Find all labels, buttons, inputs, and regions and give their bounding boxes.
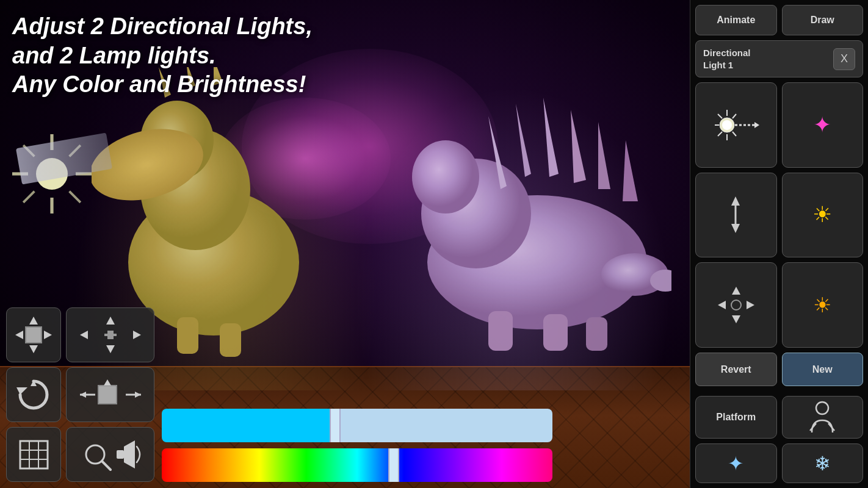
right-panel: Animate Draw Directional Light 1 X bbox=[690, 0, 868, 488]
vertical-arrows-icon bbox=[719, 193, 753, 236]
svg-marker-49 bbox=[135, 392, 141, 398]
svg-point-78 bbox=[731, 300, 741, 310]
pink-star-icon: ✦ bbox=[813, 112, 831, 138]
svg-marker-71 bbox=[731, 196, 740, 206]
svg-rect-17 bbox=[220, 323, 241, 357]
svg-marker-33 bbox=[29, 345, 38, 353]
move-button[interactable] bbox=[66, 307, 154, 362]
sun-icon-mid: ☀ bbox=[813, 293, 831, 317]
directional-light-icon bbox=[712, 107, 761, 143]
vertical-move-button[interactable] bbox=[695, 173, 777, 258]
scale-button[interactable] bbox=[6, 307, 61, 362]
sun-button-mid[interactable]: ☀ bbox=[782, 262, 864, 348]
heading: Adjust 2 Directional Lights, and 2 Lamp … bbox=[12, 12, 313, 99]
revert-button[interactable]: Revert bbox=[695, 353, 777, 386]
brightness-slider-row bbox=[162, 409, 589, 442]
grid-button[interactable] bbox=[6, 427, 61, 482]
draw-button[interactable]: Draw bbox=[782, 5, 864, 35]
svg-line-57 bbox=[102, 461, 110, 470]
svg-rect-29 bbox=[488, 311, 513, 351]
svg-point-20 bbox=[412, 140, 479, 214]
star-blue-button[interactable]: ✦ bbox=[695, 443, 777, 483]
brightness-slider[interactable] bbox=[162, 409, 552, 442]
zoom-pan-button[interactable] bbox=[66, 367, 154, 422]
svg-rect-51 bbox=[20, 441, 48, 468]
svg-marker-72 bbox=[731, 224, 740, 233]
svg-marker-36 bbox=[44, 331, 52, 339]
svg-marker-32 bbox=[29, 317, 38, 325]
svg-marker-40 bbox=[133, 331, 141, 339]
color-thumb[interactable] bbox=[388, 448, 399, 482]
search-speaker-button[interactable] bbox=[66, 427, 154, 482]
animate-button[interactable]: Animate bbox=[695, 5, 777, 35]
platform-button[interactable]: Platform bbox=[695, 396, 777, 439]
svg-rect-30 bbox=[543, 314, 568, 351]
svg-marker-76 bbox=[732, 287, 740, 295]
directional-light-box: Directional Light 1 X bbox=[695, 40, 863, 77]
svg-line-68 bbox=[732, 114, 736, 118]
main-scene: Adjust 2 Directional Lights, and 2 Lamp … bbox=[0, 0, 690, 488]
svg-marker-35 bbox=[15, 331, 23, 339]
svg-marker-70 bbox=[754, 122, 759, 128]
svg-line-67 bbox=[718, 132, 722, 136]
svg-marker-75 bbox=[747, 301, 754, 309]
svg-marker-22 bbox=[516, 104, 531, 177]
person-button[interactable] bbox=[782, 396, 864, 439]
sun-button-top[interactable]: ☀ bbox=[782, 173, 864, 258]
svg-rect-31 bbox=[586, 317, 607, 351]
svg-rect-58 bbox=[117, 450, 124, 459]
svg-point-61 bbox=[722, 120, 732, 130]
svg-marker-26 bbox=[623, 140, 638, 201]
svg-rect-42 bbox=[104, 334, 117, 336]
svg-marker-24 bbox=[571, 110, 586, 183]
person-icon bbox=[807, 399, 837, 436]
svg-rect-34 bbox=[26, 327, 42, 343]
svg-marker-43 bbox=[16, 387, 27, 395]
pink-star-button[interactable]: ✦ bbox=[782, 82, 864, 168]
svg-marker-77 bbox=[732, 315, 740, 323]
brightness-thumb[interactable] bbox=[330, 409, 341, 442]
svg-line-8 bbox=[23, 192, 34, 203]
svg-marker-25 bbox=[598, 122, 610, 189]
snowflake-button[interactable]: ❄ bbox=[782, 443, 864, 483]
svg-line-69 bbox=[732, 132, 736, 136]
svg-marker-37 bbox=[106, 317, 115, 325]
directional-light-label: Directional Light 1 bbox=[703, 47, 751, 71]
right-button-grid: ✦ ☀ bbox=[695, 82, 863, 348]
cross-arrows-icon bbox=[715, 284, 758, 326]
snowflake-icon: ❄ bbox=[814, 452, 831, 475]
sliders-area bbox=[162, 409, 589, 482]
svg-marker-39 bbox=[80, 331, 88, 339]
new-button[interactable]: New bbox=[782, 353, 864, 386]
svg-rect-45 bbox=[98, 386, 117, 404]
svg-marker-74 bbox=[718, 301, 726, 309]
svg-point-79 bbox=[816, 402, 828, 414]
star-blue-icon: ✦ bbox=[728, 452, 744, 475]
close-directional-light-button[interactable]: X bbox=[833, 48, 855, 70]
left-control-panel bbox=[6, 307, 156, 482]
directional-light-control[interactable] bbox=[695, 82, 777, 168]
top-buttons: Animate Draw bbox=[695, 5, 863, 35]
revert-new-row: Revert New bbox=[695, 353, 863, 386]
svg-marker-23 bbox=[543, 98, 559, 177]
dinosaur-area bbox=[73, 49, 671, 390]
rotate-button[interactable] bbox=[6, 367, 61, 422]
svg-marker-50 bbox=[104, 379, 111, 386]
right-dinosaur bbox=[366, 67, 671, 360]
svg-marker-38 bbox=[106, 345, 115, 353]
color-slider-row bbox=[162, 448, 589, 482]
svg-marker-48 bbox=[80, 392, 86, 398]
svg-marker-59 bbox=[124, 440, 135, 468]
sun-icon-top: ☀ bbox=[812, 202, 832, 228]
svg-line-66 bbox=[718, 114, 722, 118]
color-slider[interactable] bbox=[162, 448, 552, 482]
svg-rect-16 bbox=[177, 317, 198, 354]
cross-move-button[interactable] bbox=[695, 262, 777, 348]
